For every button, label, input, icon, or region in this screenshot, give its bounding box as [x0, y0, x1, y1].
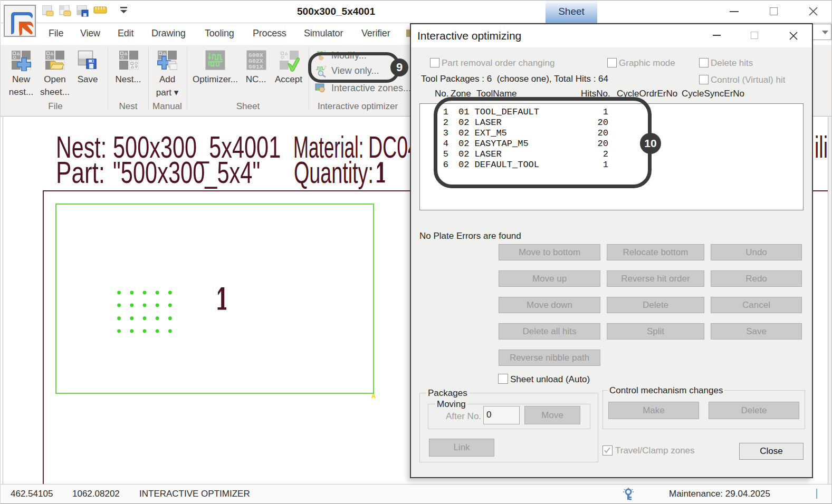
- svg-text:G01X: G01X: [248, 63, 263, 70]
